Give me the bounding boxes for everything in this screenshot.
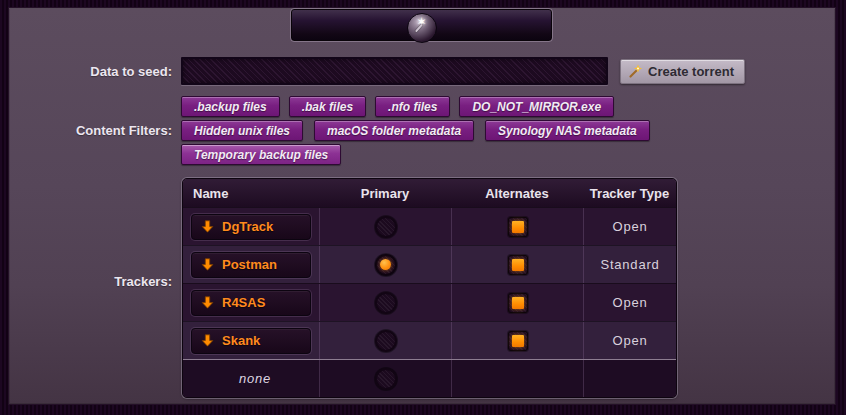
content-filters-row-2: Hidden unix files macOS folder metadata … <box>181 120 650 141</box>
column-header-tracker-type: Tracker Type <box>583 179 676 207</box>
tracker-link-r4sas[interactable]: R4SAS <box>191 290 311 316</box>
tracker-row-none: none <box>183 359 676 397</box>
download-arrow-icon <box>201 220 214 233</box>
tracker-link-dgtrack[interactable]: DgTrack <box>191 214 311 240</box>
tracker-name: Postman <box>222 257 277 272</box>
tracker-name: R4SAS <box>222 295 265 310</box>
tracker-name: DgTrack <box>222 219 273 234</box>
download-arrow-icon <box>201 334 214 347</box>
filter-chip-macos-metadata[interactable]: macOS folder metadata <box>314 120 474 141</box>
column-header-name: Name <box>183 179 319 207</box>
tracker-link-skank[interactable]: Skank <box>191 328 311 354</box>
tracker-type: Open <box>612 219 647 234</box>
download-arrow-icon <box>201 296 214 309</box>
tracker-row-skank: Skank Open <box>183 321 676 359</box>
alternates-checkbox-postman[interactable] <box>508 255 528 275</box>
content-filters-label: Content Filters: <box>0 123 172 138</box>
section-toggle-bar[interactable]: ✶ <box>291 9 552 41</box>
tracker-type: Open <box>612 295 647 310</box>
filter-chip-bak-files[interactable]: .bak files <box>289 96 366 117</box>
primary-radio-r4sas[interactable] <box>375 292 397 314</box>
filter-chip-do-not-mirror[interactable]: DO_NOT_MIRROR.exe <box>459 96 614 117</box>
tracker-row-r4sas: R4SAS Open <box>183 283 676 321</box>
tracker-link-postman[interactable]: Postman <box>191 252 311 278</box>
alternates-checkbox-dgtrack[interactable] <box>508 217 528 237</box>
create-torrent-button[interactable]: Create torrent <box>620 59 745 84</box>
tracker-name: Skank <box>222 333 260 348</box>
tracker-type: Standard <box>600 257 659 272</box>
filter-chip-nfo-files[interactable]: .nfo files <box>375 96 450 117</box>
filter-chip-backup-files[interactable]: .backup files <box>181 96 280 117</box>
content-filters-row-1: .backup files .bak files .nfo files DO_N… <box>181 96 614 117</box>
trackers-table-header: Name Primary Alternates Tracker Type <box>183 179 676 207</box>
filter-chip-synology-nas[interactable]: Synology NAS metadata <box>485 120 650 141</box>
alternates-empty-cell <box>451 360 583 397</box>
trackers-table: Name Primary Alternates Tracker Type DgT… <box>182 178 677 398</box>
alternates-checkbox-skank[interactable] <box>508 331 528 351</box>
tracker-type: Open <box>612 333 647 348</box>
download-arrow-icon <box>201 258 214 271</box>
tracker-name-none: none <box>191 371 319 386</box>
create-torrent-page: ✶ Data to seed: Create torrent .backup f… <box>0 0 846 415</box>
filter-chip-temp-backup[interactable]: Temporary backup files <box>181 144 341 165</box>
primary-radio-skank[interactable] <box>375 330 397 352</box>
trackers-label: Trackers: <box>0 274 172 289</box>
magic-wand-icon <box>628 64 643 79</box>
primary-radio-dgtrack[interactable] <box>375 216 397 238</box>
column-header-alternates: Alternates <box>451 179 583 207</box>
primary-radio-postman[interactable] <box>375 254 397 276</box>
magic-wand-sphere-icon: ✶ <box>407 13 437 43</box>
tracker-row-postman: Postman Standard <box>183 245 676 283</box>
data-to-seed-input[interactable] <box>181 57 608 85</box>
alternates-checkbox-r4sas[interactable] <box>508 293 528 313</box>
column-header-primary: Primary <box>319 179 451 207</box>
create-torrent-label: Create torrent <box>648 64 734 79</box>
tracker-row-dgtrack: DgTrack Open <box>183 207 676 245</box>
data-to-seed-label: Data to seed: <box>0 64 172 79</box>
primary-radio-none[interactable] <box>375 368 397 390</box>
filter-chip-hidden-unix[interactable]: Hidden unix files <box>181 120 303 141</box>
content-filters-row-3: Temporary backup files <box>181 144 341 165</box>
